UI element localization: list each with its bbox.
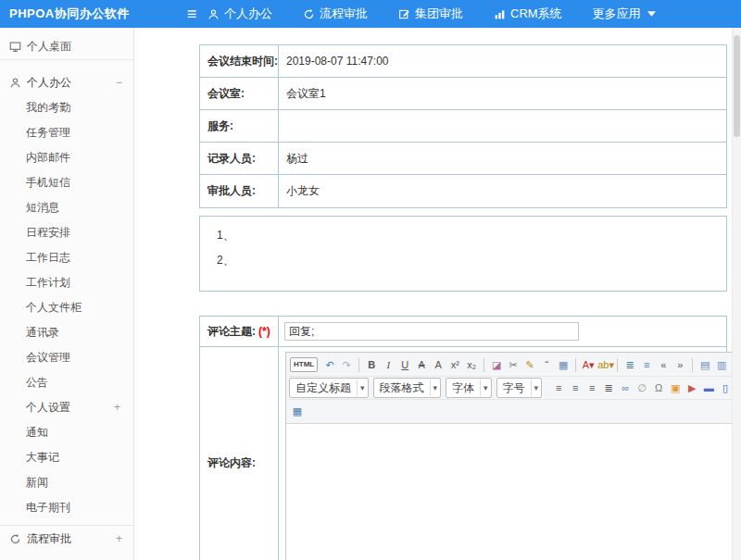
nav-item-more-apps[interactable]: 更多应用 (593, 6, 660, 22)
paragraph-icon[interactable]: ▤ (697, 356, 712, 373)
sidebar-item-label: 个人桌面 (27, 39, 71, 55)
nav-label: 更多应用 (593, 6, 641, 22)
bold-icon[interactable]: B (364, 356, 379, 373)
font-color-icon[interactable]: A▾ (581, 356, 596, 373)
form-row-label: 会议室: (200, 78, 279, 109)
sidebar-section-personal-office[interactable]: 个人办公 − (0, 69, 133, 95)
sidebar: 个人桌面 个人办公 − 我的考勤 任务管理 内部邮件 手机短信 (0, 28, 134, 560)
image-icon[interactable]: ▣ (668, 380, 683, 396)
sidebar-personal-children: 我的考勤 任务管理 内部邮件 手机短信 短消息 (0, 95, 133, 520)
sidebar-item[interactable]: 工作日志 (0, 245, 133, 270)
undo-icon[interactable]: ↶ (322, 356, 337, 373)
sidebar-item[interactable]: 通知 (0, 420, 133, 445)
form-row-label: 服务: (200, 110, 279, 142)
select-label: 字体 (452, 380, 474, 396)
main-content: 会议结束时间: 2019-08-07 11:47:00 会议室: 会议室1 服务… (135, 28, 732, 560)
sidebar-item[interactable]: 任务管理 (0, 120, 133, 145)
select-label: 自定义标题 (295, 380, 351, 396)
desktop-icon (9, 41, 21, 53)
sidebar-item[interactable]: 新闻 (0, 470, 133, 495)
comment-subject-input[interactable] (284, 322, 579, 341)
redo-icon[interactable]: ↷ (339, 356, 354, 373)
table-insert-icon[interactable]: ▦ (290, 403, 305, 419)
remove-format-icon[interactable]: ◪ (489, 356, 504, 373)
sidebar-item[interactable]: 电子期刊 (0, 495, 133, 520)
meeting-content-box: 1、 2、 (199, 216, 727, 292)
menu-icon[interactable]: ≡ (176, 0, 207, 28)
heading-format-select[interactable]: 自定义标题 ▾ (289, 378, 369, 398)
separator (484, 358, 484, 372)
caret-down-icon: ▾ (430, 380, 438, 396)
underline-icon[interactable]: U (397, 356, 412, 373)
sidebar-item[interactable]: 通讯录 (0, 320, 133, 345)
sidebar-item[interactable]: 公告 (0, 370, 133, 395)
editor-toolbar-row-2: 自定义标题 ▾ 段落格式 ▾ (289, 376, 732, 399)
highlight-color-icon[interactable]: ab▾ (597, 356, 612, 373)
subscript-icon[interactable]: x₂ (464, 356, 479, 373)
sidebar-item-label: 通知 (26, 420, 120, 445)
page-break-icon[interactable]: ▥ (714, 356, 729, 373)
sidebar-item[interactable]: 工作计划 (0, 270, 133, 295)
sidebar-item[interactable]: 大事记 (0, 445, 133, 470)
scrollbar-thumb[interactable] (734, 35, 740, 137)
sidebar-item-label: 内部邮件 (26, 145, 120, 170)
anchor-icon[interactable]: Ω (651, 380, 666, 396)
cut-icon[interactable]: ✂ (506, 356, 521, 373)
caret-down-icon: ▾ (531, 380, 539, 396)
comment-content-row: 评论内容: HTML ↶ ↷ (200, 347, 726, 560)
nav-item-process-approval[interactable]: 流程审批 (303, 6, 368, 22)
sidebar-item[interactable]: 我的考勤 (0, 95, 133, 120)
align-left-icon[interactable]: ≡ (551, 380, 566, 396)
sidebar-section-process-approval[interactable]: 流程审批 + (0, 525, 133, 552)
nav-label: 流程审批 (320, 6, 368, 22)
flash-icon[interactable]: ▶ (684, 380, 699, 396)
expand-icon[interactable]: + (116, 532, 122, 545)
link-icon[interactable]: ∞ (618, 380, 633, 396)
sidebar-item-label: 通讯录 (26, 320, 120, 345)
nav-item-personal-office[interactable]: 个人办公 (207, 6, 272, 22)
outdent-icon[interactable]: « (656, 356, 671, 373)
sidebar-item[interactable]: 短消息 (0, 195, 133, 220)
save-icon[interactable]: ▯ (718, 380, 732, 396)
nav-label: 个人办公 (224, 6, 272, 22)
collapse-icon[interactable]: − (116, 76, 122, 89)
process-icon (303, 8, 315, 20)
paragraph-format-select[interactable]: 段落格式 ▾ (373, 378, 442, 398)
strikethrough-icon[interactable]: A (414, 356, 429, 373)
separator (617, 358, 618, 372)
font-family-select[interactable]: 字体 ▾ (446, 378, 492, 398)
font-size-select[interactable]: 字号 ▾ (496, 378, 543, 398)
scrollbar-track[interactable] (732, 28, 741, 560)
nav-label: CRM系统 (510, 6, 562, 22)
editor-body[interactable] (286, 424, 732, 560)
sidebar-item[interactable]: 日程安排 (0, 220, 133, 245)
indent-icon[interactable]: » (672, 356, 687, 373)
code-block-icon[interactable]: ▦ (556, 356, 571, 373)
justify-icon[interactable]: ≣ (601, 380, 616, 396)
sidebar-item-label: 个人设置 (26, 395, 114, 420)
source-icon[interactable]: HTML (290, 357, 318, 372)
align-center-icon[interactable]: ≡ (568, 380, 583, 396)
sidebar-item-desktop[interactable]: 个人桌面 (0, 33, 133, 60)
sidebar-item[interactable]: 个人设置 + (0, 395, 133, 420)
italic-icon[interactable]: I (381, 356, 396, 373)
font-style-icon[interactable]: A (431, 356, 446, 373)
form-row: 审批人员: 小龙女 (200, 175, 726, 207)
nav-item-group-approval[interactable]: 集团审批 (398, 6, 463, 22)
pencil-icon[interactable]: ✎ (522, 356, 537, 373)
align-right-icon[interactable]: ≡ (584, 380, 599, 396)
media-icon[interactable]: ▬ (701, 380, 716, 396)
unordered-list-icon[interactable]: ≡ (639, 356, 654, 373)
select-label: 段落格式 (380, 380, 424, 396)
sidebar-item[interactable]: 个人文件柜 (0, 295, 133, 320)
form-row-label: 会议结束时间: (200, 45, 279, 77)
unlink-icon[interactable]: ∅ (634, 380, 649, 396)
editor-format-selects: 自定义标题 ▾ 段落格式 ▾ (289, 378, 546, 398)
quote-icon[interactable]: “ (539, 356, 554, 373)
superscript-icon[interactable]: x² (447, 356, 462, 373)
nav-item-crm[interactable]: CRM系统 (494, 6, 562, 22)
sidebar-item[interactable]: 内部邮件 (0, 145, 133, 170)
ordered-list-icon[interactable]: ≣ (622, 356, 637, 373)
sidebar-item[interactable]: 手机短信 (0, 170, 133, 195)
sidebar-item[interactable]: 会议管理 (0, 345, 133, 370)
